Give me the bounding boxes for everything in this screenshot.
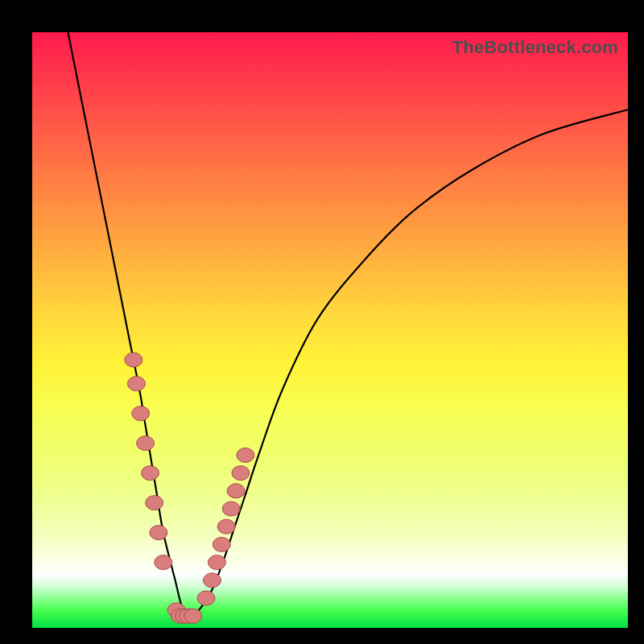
- bead: [232, 466, 250, 481]
- bead: [204, 573, 221, 588]
- bead: [227, 484, 245, 498]
- bead: [197, 591, 215, 605]
- bead: [155, 555, 172, 570]
- bead: [217, 519, 235, 534]
- bead: [208, 555, 225, 570]
- bead: [137, 436, 155, 451]
- bead: [142, 466, 159, 481]
- bead: [213, 537, 230, 551]
- bead: [128, 377, 146, 391]
- bead: [146, 496, 163, 510]
- bead: [237, 448, 254, 462]
- plot-area: TheBottleneck.com: [32, 32, 628, 628]
- bead: [132, 407, 150, 421]
- bead: [125, 353, 142, 367]
- bead: [184, 609, 202, 623]
- bead: [150, 526, 167, 540]
- highlight-beads: [125, 353, 254, 623]
- curve-layer: [32, 32, 628, 628]
- chart-frame: TheBottleneck.com: [0, 0, 644, 644]
- bead: [222, 502, 240, 516]
